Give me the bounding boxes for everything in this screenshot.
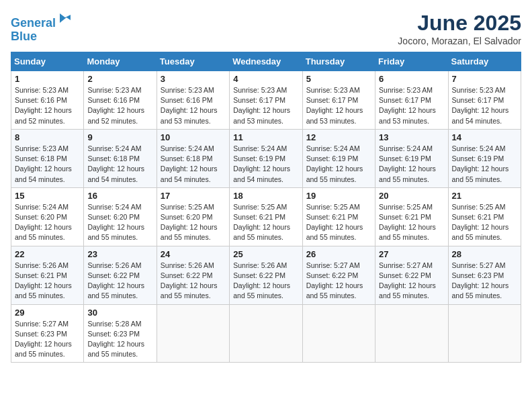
calendar-cell <box>230 304 302 363</box>
day-number: 6 <box>379 74 444 84</box>
logo: GeneralBlue <box>11 11 73 44</box>
day-number: 23 <box>87 249 152 259</box>
calendar-cell <box>448 304 521 363</box>
weekday-label: Wednesday <box>230 52 302 71</box>
day-detail: Sunrise: 5:24 AM Sunset: 6:20 PM Dayligh… <box>87 202 152 243</box>
calendar-week-row: 29Sunrise: 5:27 AM Sunset: 6:23 PM Dayli… <box>11 304 521 363</box>
day-detail: Sunrise: 5:25 AM Sunset: 6:21 PM Dayligh… <box>379 202 444 243</box>
calendar-cell: 18Sunrise: 5:25 AM Sunset: 6:21 PM Dayli… <box>230 187 302 246</box>
day-number: 5 <box>306 74 371 84</box>
day-number: 25 <box>233 249 298 259</box>
calendar-table: SundayMondayTuesdayWednesdayThursdayFrid… <box>11 52 521 363</box>
day-detail: Sunrise: 5:27 AM Sunset: 6:22 PM Dayligh… <box>379 261 444 302</box>
day-detail: Sunrise: 5:23 AM Sunset: 6:16 PM Dayligh… <box>161 85 226 126</box>
calendar-cell: 10Sunrise: 5:24 AM Sunset: 6:18 PM Dayli… <box>157 129 229 187</box>
calendar-cell: 22Sunrise: 5:26 AM Sunset: 6:21 PM Dayli… <box>11 246 84 304</box>
calendar-cell: 4Sunrise: 5:23 AM Sunset: 6:17 PM Daylig… <box>230 71 302 130</box>
weekday-label: Sunday <box>11 52 84 71</box>
day-detail: Sunrise: 5:27 AM Sunset: 6:22 PM Dayligh… <box>306 261 371 302</box>
day-detail: Sunrise: 5:27 AM Sunset: 6:23 PM Dayligh… <box>15 319 80 360</box>
day-detail: Sunrise: 5:27 AM Sunset: 6:23 PM Dayligh… <box>452 261 517 302</box>
calendar-cell: 29Sunrise: 5:27 AM Sunset: 6:23 PM Dayli… <box>11 304 84 363</box>
month-title: June 2025 <box>398 11 521 36</box>
day-number: 18 <box>233 191 298 201</box>
day-number: 10 <box>161 132 226 142</box>
calendar-cell: 3Sunrise: 5:23 AM Sunset: 6:16 PM Daylig… <box>157 71 229 130</box>
day-detail: Sunrise: 5:23 AM Sunset: 6:17 PM Dayligh… <box>306 85 371 126</box>
day-number: 19 <box>306 191 371 201</box>
day-detail: Sunrise: 5:23 AM Sunset: 6:17 PM Dayligh… <box>233 85 298 126</box>
logo-text: GeneralBlue <box>11 11 73 44</box>
day-number: 29 <box>15 308 80 318</box>
svg-marker-0 <box>60 13 71 23</box>
calendar-cell: 24Sunrise: 5:26 AM Sunset: 6:22 PM Dayli… <box>157 246 229 304</box>
calendar-cell: 2Sunrise: 5:23 AM Sunset: 6:16 PM Daylig… <box>84 71 157 130</box>
calendar-cell: 17Sunrise: 5:25 AM Sunset: 6:20 PM Dayli… <box>157 187 229 246</box>
calendar-body: 1Sunrise: 5:23 AM Sunset: 6:16 PM Daylig… <box>11 71 521 363</box>
calendar-cell <box>375 304 448 363</box>
day-number: 14 <box>452 132 517 142</box>
day-number: 24 <box>161 249 226 259</box>
day-detail: Sunrise: 5:26 AM Sunset: 6:22 PM Dayligh… <box>233 261 298 302</box>
page-header: GeneralBlue June 2025 Jocoro, Morazan, E… <box>11 11 521 46</box>
calendar-cell: 7Sunrise: 5:23 AM Sunset: 6:17 PM Daylig… <box>448 71 521 130</box>
calendar-cell <box>157 304 229 363</box>
day-number: 3 <box>161 74 226 84</box>
day-number: 28 <box>452 249 517 259</box>
day-detail: Sunrise: 5:24 AM Sunset: 6:19 PM Dayligh… <box>379 144 444 185</box>
weekday-label: Friday <box>375 52 448 71</box>
calendar-cell: 30Sunrise: 5:28 AM Sunset: 6:23 PM Dayli… <box>84 304 157 363</box>
day-number: 21 <box>452 191 517 201</box>
day-detail: Sunrise: 5:24 AM Sunset: 6:19 PM Dayligh… <box>306 144 371 185</box>
day-number: 12 <box>306 132 371 142</box>
day-detail: Sunrise: 5:24 AM Sunset: 6:19 PM Dayligh… <box>233 144 298 185</box>
calendar-cell: 19Sunrise: 5:25 AM Sunset: 6:21 PM Dayli… <box>302 187 375 246</box>
day-detail: Sunrise: 5:24 AM Sunset: 6:20 PM Dayligh… <box>15 202 80 243</box>
day-detail: Sunrise: 5:24 AM Sunset: 6:18 PM Dayligh… <box>161 144 226 185</box>
calendar-cell: 23Sunrise: 5:26 AM Sunset: 6:22 PM Dayli… <box>84 246 157 304</box>
day-number: 17 <box>161 191 226 201</box>
day-detail: Sunrise: 5:25 AM Sunset: 6:21 PM Dayligh… <box>452 202 517 243</box>
day-detail: Sunrise: 5:24 AM Sunset: 6:19 PM Dayligh… <box>452 144 517 185</box>
calendar-cell: 9Sunrise: 5:24 AM Sunset: 6:18 PM Daylig… <box>84 129 157 187</box>
calendar-cell: 6Sunrise: 5:23 AM Sunset: 6:17 PM Daylig… <box>375 71 448 130</box>
calendar-cell: 26Sunrise: 5:27 AM Sunset: 6:22 PM Dayli… <box>302 246 375 304</box>
day-number: 4 <box>233 74 298 84</box>
day-number: 13 <box>379 132 444 142</box>
calendar-cell: 20Sunrise: 5:25 AM Sunset: 6:21 PM Dayli… <box>375 187 448 246</box>
day-detail: Sunrise: 5:23 AM Sunset: 6:17 PM Dayligh… <box>379 85 444 126</box>
calendar-week-row: 22Sunrise: 5:26 AM Sunset: 6:21 PM Dayli… <box>11 246 521 304</box>
day-number: 2 <box>87 74 152 84</box>
day-detail: Sunrise: 5:24 AM Sunset: 6:18 PM Dayligh… <box>87 144 152 185</box>
location: Jocoro, Morazan, El Salvador <box>398 36 521 46</box>
calendar-week-row: 8Sunrise: 5:23 AM Sunset: 6:18 PM Daylig… <box>11 129 521 187</box>
calendar-week-row: 1Sunrise: 5:23 AM Sunset: 6:16 PM Daylig… <box>11 71 521 130</box>
day-detail: Sunrise: 5:23 AM Sunset: 6:17 PM Dayligh… <box>452 85 517 126</box>
weekday-label: Saturday <box>448 52 521 71</box>
calendar-cell: 12Sunrise: 5:24 AM Sunset: 6:19 PM Dayli… <box>302 129 375 187</box>
calendar-cell: 8Sunrise: 5:23 AM Sunset: 6:18 PM Daylig… <box>11 129 84 187</box>
calendar-cell: 28Sunrise: 5:27 AM Sunset: 6:23 PM Dayli… <box>448 246 521 304</box>
logo-icon <box>57 11 73 27</box>
calendar-cell: 5Sunrise: 5:23 AM Sunset: 6:17 PM Daylig… <box>302 71 375 130</box>
day-detail: Sunrise: 5:25 AM Sunset: 6:20 PM Dayligh… <box>161 202 226 243</box>
day-number: 9 <box>87 132 152 142</box>
weekday-label: Monday <box>84 52 157 71</box>
day-number: 11 <box>233 132 298 142</box>
weekday-label: Thursday <box>302 52 375 71</box>
day-number: 22 <box>15 249 80 259</box>
day-number: 27 <box>379 249 444 259</box>
day-number: 26 <box>306 249 371 259</box>
calendar-cell: 13Sunrise: 5:24 AM Sunset: 6:19 PM Dayli… <box>375 129 448 187</box>
day-detail: Sunrise: 5:25 AM Sunset: 6:21 PM Dayligh… <box>233 202 298 243</box>
calendar-cell: 14Sunrise: 5:24 AM Sunset: 6:19 PM Dayli… <box>448 129 521 187</box>
day-number: 30 <box>87 308 152 318</box>
day-number: 15 <box>15 191 80 201</box>
calendar-cell <box>302 304 375 363</box>
day-detail: Sunrise: 5:23 AM Sunset: 6:16 PM Dayligh… <box>15 85 80 126</box>
day-detail: Sunrise: 5:23 AM Sunset: 6:18 PM Dayligh… <box>15 144 80 185</box>
day-number: 8 <box>15 132 80 142</box>
calendar-cell: 1Sunrise: 5:23 AM Sunset: 6:16 PM Daylig… <box>11 71 84 130</box>
weekday-label: Tuesday <box>157 52 229 71</box>
day-detail: Sunrise: 5:26 AM Sunset: 6:21 PM Dayligh… <box>15 261 80 302</box>
